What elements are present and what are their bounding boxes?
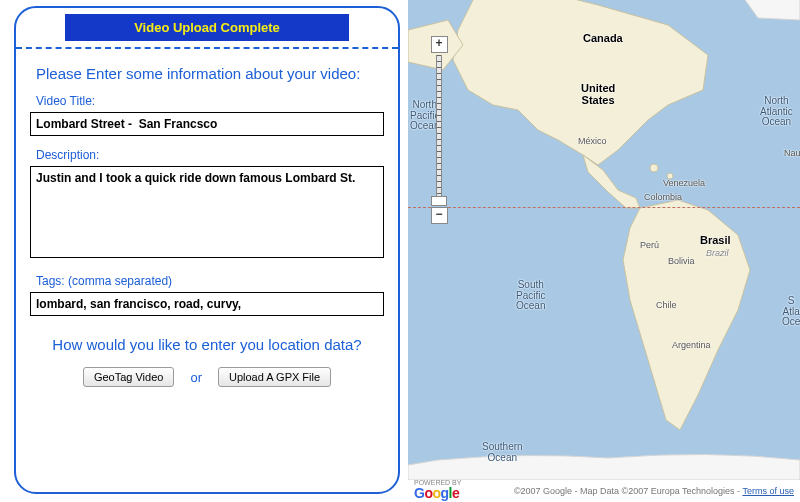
equator-line	[408, 207, 800, 208]
map-footer: POWERED BY Google ©2007 Google - Map Dat…	[408, 480, 800, 502]
description-textarea[interactable]: Justin and I took a quick ride down famo…	[30, 166, 384, 258]
label-canada: Canada	[583, 32, 623, 44]
zoom-in-button[interactable]: +	[431, 36, 448, 53]
or-text: or	[190, 370, 202, 385]
tags-input[interactable]	[30, 292, 384, 316]
label-bolivia: Bolivia	[668, 256, 695, 266]
divider-dashed	[16, 47, 398, 49]
label-south-pacific: SouthPacificOcean	[516, 280, 545, 312]
google-brand: POWERED BY Google	[414, 481, 461, 502]
map-copyright: ©2007 Google - Map Data ©2007 Europa Tec…	[514, 486, 794, 496]
label-north-atlantic: NorthAtlanticOcean	[760, 96, 793, 128]
label-brazil-alt: Brazil	[706, 248, 729, 258]
label-south-atlantic: SAtlaOce	[782, 296, 800, 328]
terms-link[interactable]: Terms of use	[742, 486, 794, 496]
label-peru: Perú	[640, 240, 659, 250]
label-united-states: UnitedStates	[581, 82, 615, 106]
svg-point-1	[650, 164, 658, 172]
video-title-input[interactable]	[30, 112, 384, 136]
label-mexico: México	[578, 136, 607, 146]
map-svg	[408, 0, 800, 480]
geotag-video-button[interactable]: GeoTag Video	[83, 367, 175, 387]
label-venezuela: Venezuela	[663, 178, 705, 188]
label-naur: Nau	[784, 148, 800, 158]
form-heading: Please Enter some information about your…	[36, 65, 384, 82]
description-label: Description:	[36, 148, 384, 162]
form-card: Video Upload Complete Please Enter some …	[14, 6, 400, 494]
zoom-track[interactable]	[436, 55, 442, 205]
zoom-control: + −	[430, 36, 448, 224]
video-title-label: Video Title:	[36, 94, 384, 108]
tags-label: Tags: (comma separated)	[36, 274, 384, 288]
button-row: GeoTag Video or Upload A GPX File	[30, 367, 384, 387]
zoom-thumb[interactable]	[431, 196, 447, 206]
map-panel[interactable]: Canada UnitedStates México Venezuela Col…	[408, 0, 800, 502]
location-heading: How would you like to enter you location…	[30, 336, 384, 353]
label-chile: Chile	[656, 300, 677, 310]
label-brasil: Brasil	[700, 234, 731, 246]
label-colombia: Colombia	[644, 192, 682, 202]
left-panel: Video Upload Complete Please Enter some …	[0, 0, 408, 502]
upload-gpx-button[interactable]: Upload A GPX File	[218, 367, 331, 387]
zoom-out-button[interactable]: −	[431, 207, 448, 224]
label-argentina: Argentina	[672, 340, 711, 350]
label-southern-ocean: SouthernOcean	[482, 442, 523, 463]
upload-complete-banner: Video Upload Complete	[65, 14, 348, 41]
